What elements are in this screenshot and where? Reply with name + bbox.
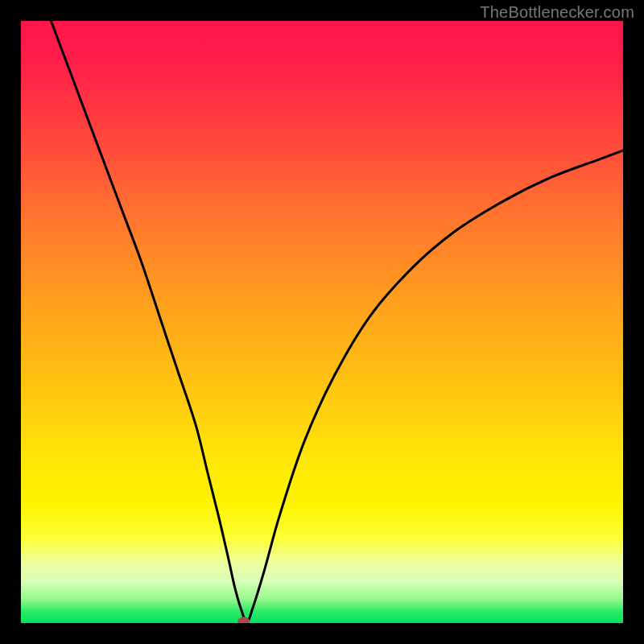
watermark-text: TheBottlenecker.com xyxy=(480,3,634,22)
chart-frame: TheBottlenecker.com xyxy=(0,0,644,644)
bottleneck-curve xyxy=(51,21,623,622)
plot-area xyxy=(21,21,623,623)
curve-svg xyxy=(21,21,623,623)
optimum-marker xyxy=(238,617,250,623)
